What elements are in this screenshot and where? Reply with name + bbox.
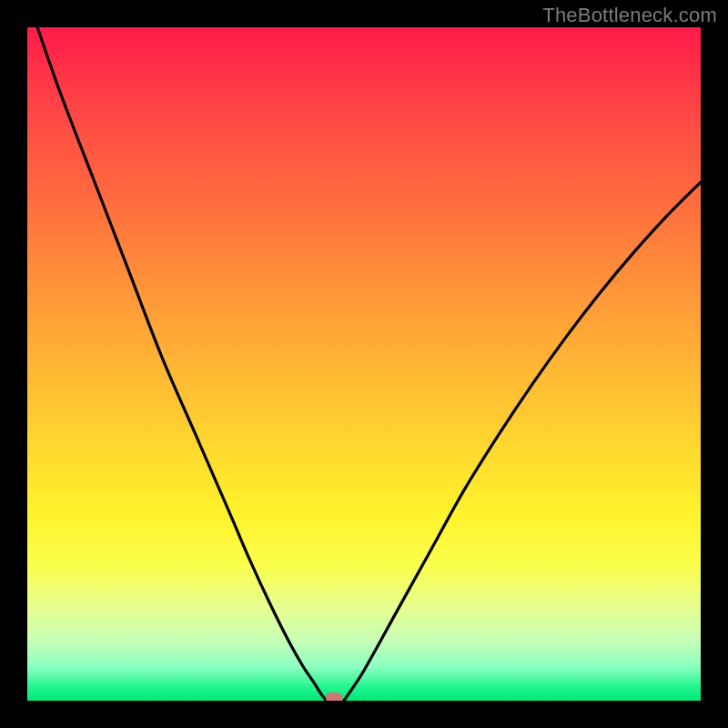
- curve-right-path: [344, 182, 701, 701]
- chart-frame: TheBottleneck.com: [0, 0, 728, 728]
- plot-area: [27, 27, 701, 701]
- minimum-marker-dot: [326, 693, 342, 701]
- bottleneck-curve: [27, 27, 701, 701]
- curve-left-path: [37, 27, 326, 701]
- watermark-text: TheBottleneck.com: [542, 4, 717, 27]
